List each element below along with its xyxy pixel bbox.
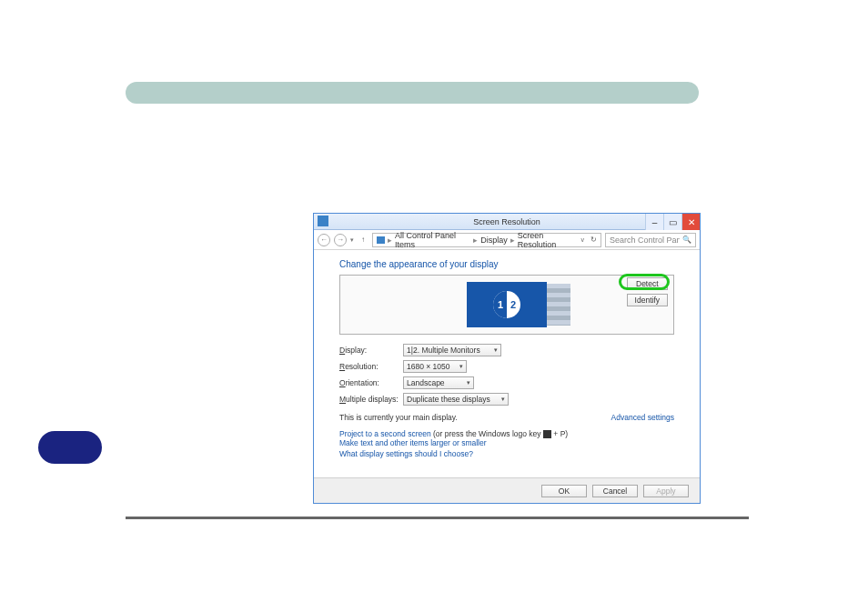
- apply-button[interactable]: Apply: [643, 485, 689, 497]
- monitor-graphic[interactable]: 1 2: [467, 282, 547, 327]
- breadcrumb[interactable]: ▸ All Control Panel Items ▸ Display ▸ Sc…: [372, 233, 601, 247]
- explorer-navbar: ← → ▾ ↑ ▸ All Control Panel Items ▸ Disp…: [314, 230, 700, 250]
- dialog-footer: OK Cancel Apply: [314, 477, 700, 503]
- monitor-number-2: 2: [510, 299, 516, 310]
- chevron-down-icon: ▾: [501, 396, 505, 403]
- window-titlebar: Screen Resolution – ▭ ✕: [314, 214, 700, 230]
- main-display-text: This is currently your main display.: [339, 413, 458, 422]
- decorative-teal-bar: [126, 82, 699, 104]
- detect-button[interactable]: Detect: [627, 277, 668, 290]
- screen-resolution-window: Screen Resolution – ▭ ✕ ← → ▾ ↑ ▸ All Co…: [313, 213, 701, 504]
- orientation-select[interactable]: Landscape ▾: [403, 376, 474, 389]
- dialog-content: Change the appearance of your display 1 …: [314, 250, 700, 477]
- project-second-screen-link[interactable]: Project to a second screen: [339, 429, 431, 438]
- chevron-down-icon: ▾: [494, 346, 498, 354]
- window-icon: [318, 216, 328, 226]
- monitor-number-1: 1: [498, 299, 503, 310]
- multiple-displays-value: Duplicate these displays: [407, 395, 490, 404]
- resolution-select[interactable]: 1680 × 1050 ▾: [403, 360, 467, 373]
- advanced-settings-link[interactable]: Advanced settings: [611, 413, 674, 422]
- resolution-value: 1680 × 1050: [407, 362, 450, 371]
- window-title: Screen Resolution: [473, 217, 540, 226]
- monitor-icon: [377, 236, 385, 244]
- search-placeholder: Search Control Panel: [610, 236, 680, 245]
- resolution-label: Resolution:: [339, 362, 403, 371]
- display-label: Display:: [339, 346, 403, 355]
- breadcrumb-sep-icon: ▸: [510, 236, 515, 245]
- refresh-icon[interactable]: ↻: [590, 236, 597, 244]
- display-preview-box: 1 2 Detect Identify: [339, 275, 674, 335]
- nav-forward-button[interactable]: →: [334, 234, 347, 246]
- breadcrumb-sep-icon: ▸: [473, 236, 478, 245]
- cancel-button[interactable]: Cancel: [592, 485, 638, 497]
- chevron-down-icon: ▾: [467, 379, 470, 386]
- multiple-displays-label: Multiple displays:: [339, 395, 403, 404]
- nav-back-button[interactable]: ←: [318, 234, 330, 246]
- breadcrumb-dropdown-icon[interactable]: v: [581, 236, 585, 243]
- orientation-value: Landscape: [407, 378, 445, 387]
- secondary-monitor-graphic: [547, 284, 570, 326]
- nav-up-button[interactable]: ↑: [358, 235, 368, 246]
- project-line: Project to a second screen (or press the…: [339, 429, 674, 438]
- multiple-displays-select[interactable]: Duplicate these displays ▾: [403, 393, 509, 406]
- display-value: 1|2. Multiple Monitors: [407, 346, 480, 355]
- chevron-down-icon: ▾: [459, 363, 463, 370]
- close-button[interactable]: ✕: [681, 214, 700, 230]
- nav-history-chevron-icon[interactable]: ▾: [350, 236, 354, 244]
- breadcrumb-sep-icon: ▸: [388, 236, 392, 245]
- maximize-button[interactable]: ▭: [663, 214, 681, 230]
- display-select[interactable]: 1|2. Multiple Monitors ▾: [403, 344, 501, 356]
- settings-form: Display: 1|2. Multiple Monitors ▾ Resolu…: [339, 344, 674, 406]
- project-hint-tail: + P): [553, 429, 568, 438]
- ok-button[interactable]: OK: [541, 485, 587, 497]
- search-input[interactable]: Search Control Panel 🔍: [605, 233, 696, 247]
- crumb-display[interactable]: Display: [480, 236, 508, 245]
- project-hint-text: (or press the Windows logo key: [433, 429, 541, 438]
- decorative-blue-pill: [38, 431, 102, 464]
- crumb-all-items[interactable]: All Control Panel Items: [395, 231, 470, 249]
- window-controls: – ▭ ✕: [645, 214, 700, 230]
- crumb-screen-resolution[interactable]: Screen Resolution: [518, 231, 579, 249]
- orientation-label: Orientation:: [339, 378, 403, 387]
- text-size-link[interactable]: Make text and other items larger or smal…: [339, 438, 674, 447]
- help-link[interactable]: What display settings should I choose?: [339, 449, 674, 458]
- identify-button[interactable]: Identify: [627, 294, 668, 306]
- search-icon: 🔍: [682, 236, 691, 244]
- minimize-button[interactable]: –: [645, 214, 663, 230]
- windows-logo-key-icon: [543, 430, 551, 438]
- page-heading: Change the appearance of your display: [339, 259, 674, 269]
- decorative-bottom-rule: [126, 517, 749, 519]
